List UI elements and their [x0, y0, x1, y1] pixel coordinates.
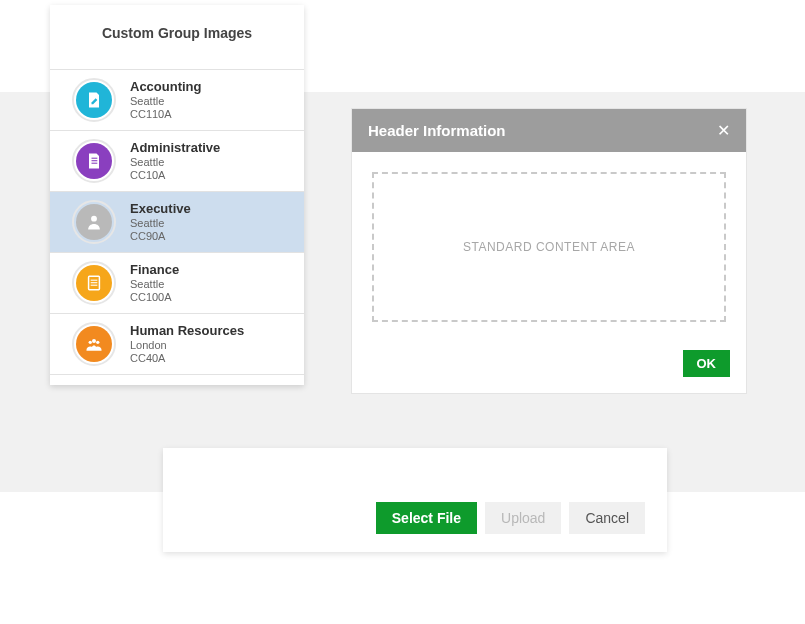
- group-code: CC110A: [130, 108, 202, 121]
- people-icon: [72, 322, 116, 366]
- button-group: Select File Upload Cancel: [376, 502, 645, 534]
- group-name: Executive: [130, 201, 191, 217]
- group-item-administrative[interactable]: AdministrativeSeattleCC10A: [50, 130, 304, 191]
- header-info-modal: Header Information ✕ STANDARD CONTENT AR…: [351, 108, 747, 394]
- ok-button[interactable]: OK: [683, 350, 731, 377]
- svg-rect-1: [92, 160, 98, 161]
- select-file-button[interactable]: Select File: [376, 502, 477, 534]
- group-code: CC100A: [130, 291, 179, 304]
- svg-point-8: [89, 341, 92, 344]
- group-code: CC10A: [130, 169, 220, 182]
- svg-rect-2: [92, 163, 98, 164]
- file-action-panel: Select File Upload Cancel: [163, 448, 667, 552]
- upload-button: Upload: [485, 502, 561, 534]
- custom-group-sidebar: Custom Group Images AccountingSeattleCC1…: [50, 5, 304, 385]
- group-name: Administrative: [130, 140, 220, 156]
- group-item-accounting[interactable]: AccountingSeattleCC110A: [50, 69, 304, 130]
- group-location: London: [130, 339, 244, 352]
- group-text: AdministrativeSeattleCC10A: [130, 140, 220, 182]
- group-item-executive[interactable]: ExecutiveSeattleCC90A: [50, 191, 304, 252]
- content-placeholder: STANDARD CONTENT AREA: [463, 240, 635, 254]
- content-dropzone[interactable]: STANDARD CONTENT AREA: [372, 172, 726, 322]
- group-code: CC90A: [130, 230, 191, 243]
- svg-point-10: [92, 339, 96, 343]
- document-icon: [72, 139, 116, 183]
- svg-rect-7: [91, 285, 98, 286]
- group-text: Human ResourcesLondonCC40A: [130, 323, 244, 365]
- modal-title: Header Information: [368, 122, 506, 139]
- close-icon[interactable]: ✕: [717, 121, 730, 140]
- cancel-button[interactable]: Cancel: [569, 502, 645, 534]
- svg-rect-5: [91, 280, 98, 281]
- group-location: Seattle: [130, 156, 220, 169]
- person-icon: [72, 200, 116, 244]
- group-location: Seattle: [130, 278, 179, 291]
- list-icon: [72, 261, 116, 305]
- group-code: CC40A: [130, 352, 244, 365]
- group-location: Seattle: [130, 217, 191, 230]
- group-text: FinanceSeattleCC100A: [130, 262, 179, 304]
- group-item-finance[interactable]: FinanceSeattleCC100A: [50, 252, 304, 313]
- svg-rect-0: [92, 158, 98, 159]
- modal-footer: OK: [352, 342, 746, 393]
- group-text: ExecutiveSeattleCC90A: [130, 201, 191, 243]
- group-item-human-resources[interactable]: Human ResourcesLondonCC40A: [50, 313, 304, 375]
- group-name: Human Resources: [130, 323, 244, 339]
- svg-point-3: [91, 216, 97, 222]
- svg-rect-6: [91, 282, 98, 283]
- svg-point-9: [96, 341, 99, 344]
- modal-header: Header Information ✕: [352, 109, 746, 152]
- edit-doc-icon: [72, 78, 116, 122]
- modal-body: STANDARD CONTENT AREA: [352, 152, 746, 342]
- group-name: Finance: [130, 262, 179, 278]
- group-name: Accounting: [130, 79, 202, 95]
- group-text: AccountingSeattleCC110A: [130, 79, 202, 121]
- group-location: Seattle: [130, 95, 202, 108]
- sidebar-title: Custom Group Images: [50, 5, 304, 69]
- group-list: AccountingSeattleCC110AAdministrativeSea…: [50, 69, 304, 375]
